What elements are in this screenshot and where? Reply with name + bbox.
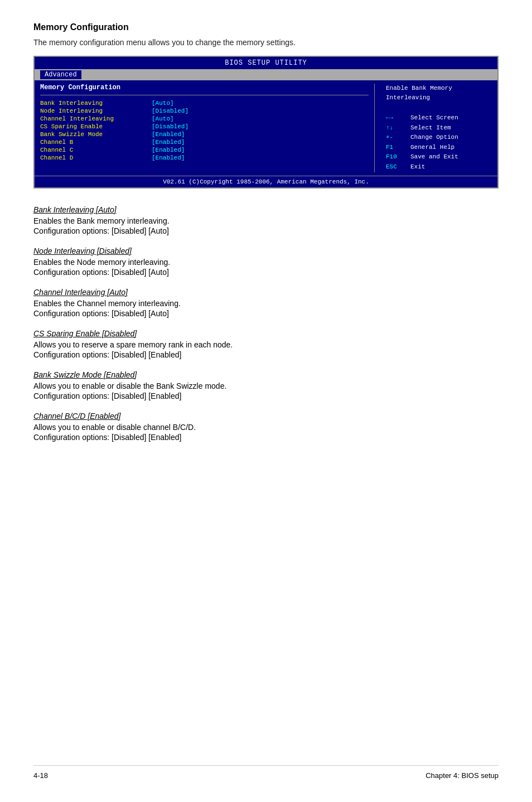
bios-right-panel: Enable Bank Memory Interleaving ←→Select… (380, 84, 492, 172)
bios-item-row[interactable]: Node Interleaving[Disabled] (40, 108, 369, 114)
bios-item-value: [Auto] (152, 115, 174, 122)
doc-item-title: Bank Interleaving [Auto] (33, 205, 499, 214)
footer-right: Chapter 4: BIOS setup (425, 771, 499, 780)
bios-item-value: [Enabled] (152, 147, 185, 153)
doc-item-title: Node Interleaving [Disabled] (33, 247, 499, 255)
bios-item-row[interactable]: Bank Swizzle Mode[Enabled] (40, 131, 369, 138)
doc-section: Bank Interleaving [Auto]Enables the Bank… (33, 205, 499, 235)
doc-item-options: Configuration options: [Disabled] [Enabl… (33, 433, 499, 442)
bios-active-tab[interactable]: Advanced (40, 70, 81, 79)
bios-item-row[interactable]: CS Sparing Enable[Disabled] (40, 123, 369, 130)
doc-section: Channel Interleaving [Auto]Enables the C… (33, 288, 499, 318)
bios-item-label: Channel B (40, 139, 152, 146)
doc-item-title: Channel B/C/D [Enabled] (33, 412, 499, 421)
bios-key-row: F1General Help (386, 143, 492, 153)
doc-section: CS Sparing Enable [Disabled]Allows you t… (33, 329, 499, 359)
bios-item-label: Bank Interleaving (40, 100, 152, 107)
doc-section: Node Interleaving [Disabled]Enables the … (33, 247, 499, 277)
bios-key-sym: ESC (386, 162, 408, 172)
page-subtitle: The memory configuration menu allows you… (33, 38, 499, 47)
doc-item-desc: Enables the Node memory interleaving. (33, 258, 499, 267)
doc-item-title: Channel Interleaving [Auto] (33, 288, 499, 297)
bios-menu-bar: Advanced (35, 69, 497, 80)
bios-item-row[interactable]: Channel B[Enabled] (40, 139, 369, 146)
bios-item-label: Channel D (40, 154, 152, 161)
bios-key-action: Select Item (410, 123, 451, 133)
doc-items: Bank Interleaving [Auto]Enables the Bank… (33, 205, 499, 442)
bios-item-row[interactable]: Bank Interleaving[Auto] (40, 100, 369, 107)
doc-item-options: Configuration options: [Disabled] [Enabl… (33, 350, 499, 359)
page-title: Memory Configuration (33, 22, 499, 32)
doc-item-options: Configuration options: [Disabled] [Auto] (33, 309, 499, 318)
bios-key-row: +-Change Option (386, 133, 492, 143)
bios-item-value: [Enabled] (152, 154, 185, 161)
bios-item-value: [Enabled] (152, 139, 185, 146)
bios-item-label: Node Interleaving (40, 108, 152, 114)
doc-item-options: Configuration options: [Disabled] [Auto] (33, 226, 499, 235)
bios-item-value: [Enabled] (152, 131, 185, 138)
bios-left-panel: Memory Configuration Bank Interleaving[A… (40, 84, 375, 172)
bios-key-sym: +- (386, 133, 408, 143)
bios-key-action: General Help (410, 143, 454, 153)
doc-item-options: Configuration options: [Disabled] [Enabl… (33, 392, 499, 400)
doc-item-desc: Allows you to enable or disable the Bank… (33, 381, 499, 390)
bios-key-row: ←→Select Screen (386, 113, 492, 123)
bios-key-sym: ←→ (386, 113, 408, 123)
bios-item-label: Bank Swizzle Mode (40, 131, 152, 138)
bios-key-action: Exit (410, 162, 425, 172)
bios-key-row: ↑↓Select Item (386, 123, 492, 133)
bios-footer: V02.61 (C)Copyright 1985-2006, American … (35, 176, 497, 187)
bios-key-action: Select Screen (410, 113, 458, 123)
bios-item-value: [Auto] (152, 100, 174, 107)
bios-item-row[interactable]: Channel C[Enabled] (40, 147, 369, 153)
bios-key-sym: F1 (386, 143, 408, 153)
doc-item-desc: Enables the Bank memory interleaving. (33, 216, 499, 225)
bios-divider (40, 95, 369, 95)
bios-item-value: [Disabled] (152, 123, 188, 130)
bios-key-row: F10Save and Exit (386, 152, 492, 162)
footer-left: 4-18 (33, 771, 48, 780)
doc-section: Bank Swizzle Mode [Enabled]Allows you to… (33, 370, 499, 400)
doc-item-title: Bank Swizzle Mode [Enabled] (33, 370, 499, 379)
bios-key-action: Change Option (410, 133, 458, 143)
bios-screen: BIOS SETUP UTILITY Advanced Memory Confi… (33, 56, 499, 189)
bios-item-row[interactable]: Channel D[Enabled] (40, 154, 369, 161)
bios-item-label: Channel Interleaving (40, 115, 152, 122)
bios-key-sym: ↑↓ (386, 123, 408, 133)
bios-key-action: Save and Exit (410, 152, 458, 162)
doc-item-desc: Enables the Channel memory interleaving. (33, 299, 499, 308)
bios-section-title: Memory Configuration (40, 84, 369, 91)
bios-item-row[interactable]: Channel Interleaving[Auto] (40, 115, 369, 122)
doc-item-title: CS Sparing Enable [Disabled] (33, 329, 499, 338)
bios-key-row: ESCExit (386, 162, 492, 172)
bios-help-text: Enable Bank Memory Interleaving (386, 84, 492, 102)
bios-keys: ←→Select Screen↑↓Select Item+-Change Opt… (386, 113, 492, 172)
doc-item-options: Configuration options: [Disabled] [Auto] (33, 268, 499, 277)
bios-body: Memory Configuration Bank Interleaving[A… (35, 80, 497, 176)
bios-item-value: [Disabled] (152, 108, 188, 114)
bios-title-bar: BIOS SETUP UTILITY (35, 57, 497, 69)
bios-key-sym: F10 (386, 152, 408, 162)
bios-item-label: CS Sparing Enable (40, 123, 152, 130)
page-footer: 4-18 Chapter 4: BIOS setup (33, 765, 499, 780)
doc-item-desc: Allows you to enable or disable channel … (33, 423, 499, 432)
doc-section: Channel B/C/D [Enabled]Allows you to ena… (33, 412, 499, 442)
doc-item-desc: Allows you to reserve a spare memory ran… (33, 340, 499, 349)
bios-items: Bank Interleaving[Auto]Node Interleaving… (40, 100, 369, 161)
bios-item-label: Channel C (40, 147, 152, 153)
